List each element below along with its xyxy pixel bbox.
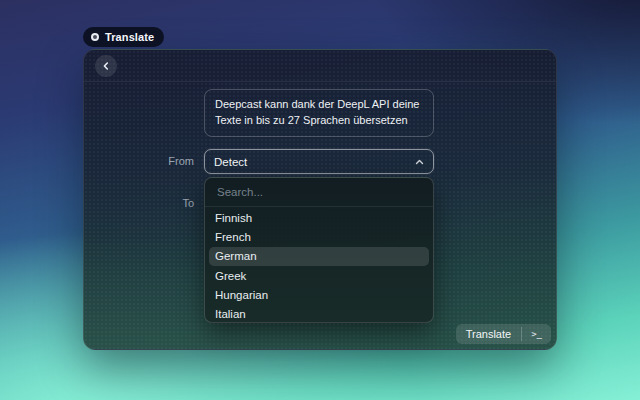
language-search-input[interactable] [215,185,423,199]
from-language-select[interactable]: Detect [204,149,434,174]
window-header [84,50,556,82]
translate-button[interactable]: Translate [456,324,521,344]
dropdown-option-italian[interactable]: Italian [209,304,429,323]
option-label: French [215,231,251,243]
app-badge[interactable]: Translate [83,27,164,47]
option-label: Hungarian [215,289,268,301]
chevron-left-icon [101,61,111,71]
from-select-value: Detect [214,156,247,168]
chevron-up-icon [415,159,424,165]
language-dropdown-panel: Finnish French German Greek Hungarian It… [204,177,434,323]
dropdown-option-hungarian[interactable]: Hungarian [209,285,429,304]
action-bar: Translate >_ [456,324,551,344]
option-label: Greek [215,270,246,282]
dropdown-option-list: Finnish French German Greek Hungarian It… [205,207,433,323]
dropdown-option-finnish[interactable]: Finnish [209,208,429,227]
dropdown-option-french[interactable]: French [209,227,429,246]
option-label: German [215,250,257,262]
option-label: Finnish [215,212,252,224]
to-label: To [84,191,194,216]
dropdown-option-greek[interactable]: Greek [209,266,429,285]
dropdown-option-german[interactable]: German [209,247,429,266]
terminal-prompt-icon[interactable]: >_ [522,324,551,344]
from-label: From [84,149,194,174]
record-dot-icon [91,33,99,41]
source-text-area[interactable]: Deepcast kann dank der DeepL API deine T… [204,89,434,137]
back-button[interactable] [95,55,117,77]
app-badge-label: Translate [105,31,154,43]
desktop-background: Translate Deepcast kann dank der DeepL A… [0,0,640,400]
translate-window: Deepcast kann dank der DeepL API deine T… [83,49,557,350]
option-label: Italian [215,308,246,320]
dropdown-search-row [205,178,433,207]
